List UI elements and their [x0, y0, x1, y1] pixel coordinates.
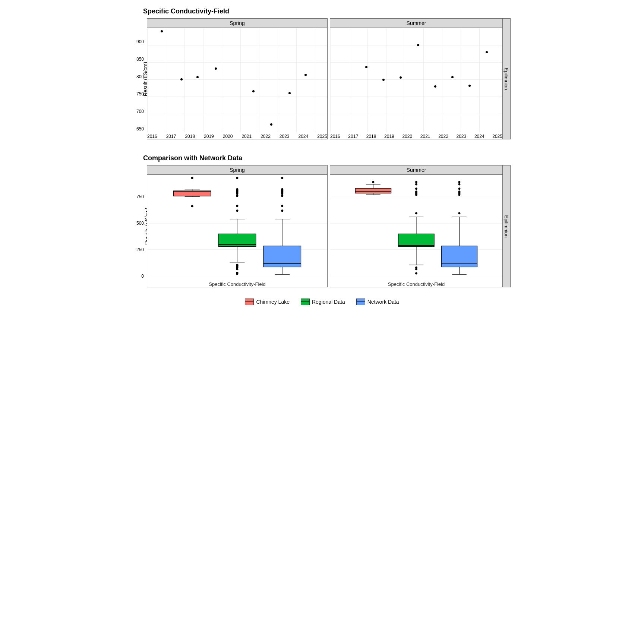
legend-item-chimney-lake: Chimney Lake — [245, 299, 290, 305]
chart2-facet-row: Spring0250500750Specific Conductivity-Fi… — [147, 165, 511, 287]
svg-point-20 — [236, 264, 238, 266]
plot-area: 650700750800850900 — [147, 28, 327, 132]
data-point — [196, 76, 199, 78]
chart1-facet-row: Spring6507007508008509002016201720182019… — [147, 18, 511, 139]
svg-point-63 — [415, 190, 417, 193]
box-network-data — [263, 246, 301, 267]
box-regional-data — [398, 234, 434, 246]
svg-point-22 — [236, 205, 238, 207]
svg-point-65 — [415, 183, 417, 185]
data-point — [252, 90, 255, 92]
chart1-title: Specific Conductivity-Field — [143, 7, 520, 15]
svg-point-66 — [415, 181, 417, 183]
facet-header: Summer — [330, 165, 502, 175]
svg-point-15 — [236, 272, 238, 274]
chart2-facet-summer: SummerSpecific Conductivity-FieldEpilimn… — [330, 165, 511, 287]
svg-point-41 — [281, 188, 283, 190]
chart2-title: Comparison with Network Data — [143, 154, 520, 162]
svg-point-8 — [191, 205, 193, 207]
plot-area — [330, 28, 502, 132]
chart1-facet-summer: Summer2016201720182019202020212022202320… — [330, 18, 511, 139]
legend-item-network-data: Network Data — [356, 299, 399, 305]
data-point — [288, 92, 291, 94]
svg-point-78 — [458, 181, 461, 183]
svg-point-75 — [458, 190, 461, 193]
svg-point-28 — [236, 188, 238, 190]
data-point — [434, 85, 436, 88]
facet-strip-right: Epilimnion — [502, 165, 510, 287]
facet-header: Summer — [330, 19, 502, 28]
x-category-label: Specific Conductivity-Field — [147, 279, 327, 287]
chart2-facet-spring: Spring0250500750Specific Conductivity-Fi… — [147, 165, 328, 287]
data-point — [365, 66, 367, 68]
svg-point-64 — [415, 187, 417, 190]
svg-point-71 — [458, 212, 461, 214]
svg-point-59 — [415, 212, 417, 214]
data-point — [270, 123, 272, 126]
svg-point-36 — [281, 195, 283, 197]
svg-point-29 — [236, 177, 238, 179]
svg-point-23 — [236, 195, 238, 197]
data-point — [451, 76, 454, 78]
svg-point-35 — [281, 205, 283, 207]
svg-point-21 — [236, 209, 238, 212]
data-point — [215, 67, 217, 70]
facet-header: Spring — [147, 19, 327, 28]
data-point — [382, 79, 385, 81]
svg-point-77 — [458, 183, 461, 185]
svg-point-56 — [415, 272, 417, 274]
data-point — [417, 44, 419, 46]
svg-point-34 — [281, 209, 283, 212]
svg-point-9 — [191, 177, 193, 179]
chart1-facet-spring: Spring6507007508008509002016201720182019… — [147, 18, 328, 139]
plot-area: 0250500750 — [147, 175, 327, 279]
legend-item-regional-data: Regional Data — [301, 299, 345, 305]
data-point — [468, 85, 471, 87]
svg-point-51 — [372, 181, 375, 183]
legend: Chimney LakeRegional DataNetwork Data — [124, 299, 520, 305]
data-point — [486, 51, 488, 53]
svg-point-58 — [415, 266, 417, 269]
data-point — [180, 78, 183, 80]
facet-header: Spring — [147, 165, 327, 175]
box-chimney-lake — [355, 189, 391, 193]
svg-point-42 — [281, 177, 283, 179]
data-point — [304, 74, 307, 76]
data-point — [400, 76, 402, 79]
svg-point-76 — [458, 187, 461, 190]
figure: Specific Conductivity-Field Result (uS/c… — [124, 7, 520, 305]
data-point — [161, 30, 163, 32]
facet-strip-right: Epilimnion — [502, 19, 510, 139]
x-category-label: Specific Conductivity-Field — [330, 279, 502, 287]
plot-area — [330, 175, 502, 279]
